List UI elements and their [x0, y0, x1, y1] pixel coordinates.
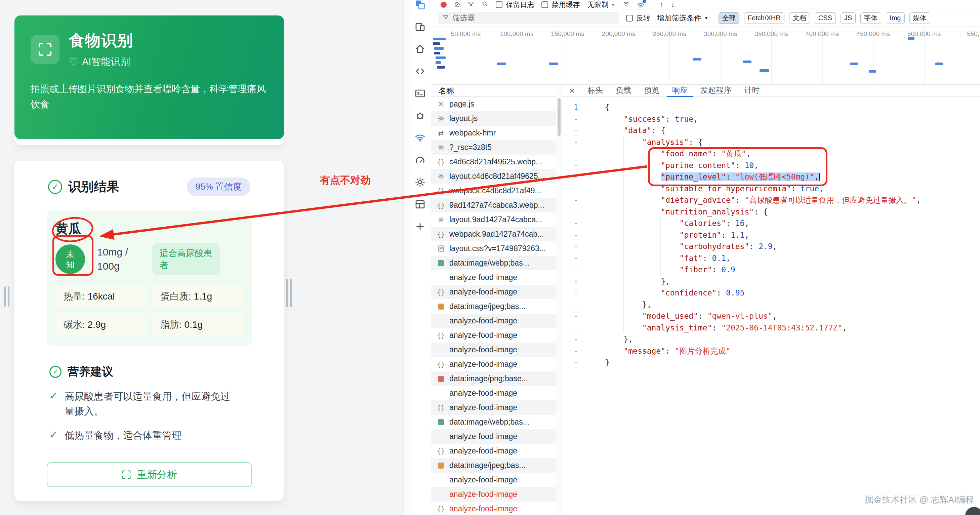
- clear-icon[interactable]: ⊘: [454, 1, 460, 8]
- filter-chip-CSS[interactable]: CSS: [815, 13, 836, 24]
- network-icon[interactable]: [413, 131, 428, 145]
- response-tab-标头[interactable]: 标头: [582, 85, 608, 97]
- settings-icon[interactable]: [413, 175, 428, 190]
- request-table-header[interactable]: 名称: [431, 85, 556, 97]
- gutter-mark: 1: [562, 102, 584, 113]
- devtools-panel: ⊘ 保留日志 禁用缓存 无限制 ▼ ↑ ↓ 筛选器 反转: [431, 0, 980, 515]
- filter-chip-全部[interactable]: 全部: [719, 13, 739, 24]
- stat-value: 16kcal: [88, 291, 115, 301]
- response-tab-预览[interactable]: 预览: [638, 85, 665, 97]
- response-tab-发起程序[interactable]: 发起程序: [695, 85, 737, 97]
- advice-item: ✓低热量食物，适合体重管理: [49, 428, 249, 443]
- filter-chip-媒体[interactable]: 媒体: [909, 13, 930, 24]
- response-tab-负载[interactable]: 负载: [610, 85, 636, 97]
- filter-input[interactable]: 筛选器: [438, 12, 619, 24]
- network-request-row[interactable]: layout.css?v=1749879263...: [431, 241, 556, 256]
- network-request-row[interactable]: {}analyze-food-image: [431, 400, 556, 415]
- devtools-logo-icon[interactable]: [413, 0, 428, 12]
- network-request-row[interactable]: {}analyze-food-image: [431, 444, 556, 458]
- network-request-row[interactable]: analyze-food-image: [431, 473, 556, 487]
- resize-handle-left[interactable]: [4, 286, 10, 306]
- preserve-log-checkbox[interactable]: [496, 2, 503, 8]
- gutter-mark: -: [562, 345, 584, 357]
- network-request-row[interactable]: analyze-food-image: [431, 487, 556, 502]
- throttling-select[interactable]: 无限制 ▼: [587, 0, 615, 10]
- network-settings-icon[interactable]: [637, 1, 644, 8]
- response-tab-响应[interactable]: 响应: [667, 85, 693, 97]
- scan-frame-icon: [37, 42, 53, 57]
- network-conditions-icon[interactable]: [622, 0, 630, 9]
- network-request-row[interactable]: analyze-food-image: [431, 343, 556, 357]
- close-icon[interactable]: ×: [564, 85, 580, 96]
- network-request-row[interactable]: page.js: [431, 97, 556, 111]
- request-list-scrollbar[interactable]: [556, 85, 562, 515]
- script-icon: {}: [437, 231, 445, 238]
- device-emulation-icon[interactable]: [413, 19, 428, 34]
- network-request-row[interactable]: {}webpack.c4d6c8d21af49...: [431, 183, 556, 198]
- network-request-row[interactable]: {}analyze-food-image: [431, 285, 556, 299]
- layout-icon[interactable]: [413, 197, 428, 212]
- export-har-icon[interactable]: ↓: [671, 1, 675, 8]
- response-tab-计时[interactable]: 计时: [739, 85, 765, 97]
- network-request-row[interactable]: {}analyze-food-image: [431, 357, 556, 372]
- code-line: - },: [562, 276, 980, 287]
- reanalyze-button[interactable]: 重新分析: [47, 462, 252, 487]
- network-request-row[interactable]: {}analyze-food-image: [431, 328, 556, 343]
- issues-icon[interactable]: [413, 108, 428, 123]
- network-request-row[interactable]: data:image/jpeg;bas...: [431, 458, 556, 473]
- scrollbar-thumb[interactable]: [558, 98, 561, 136]
- network-request-row[interactable]: data:image/webp;bas...: [431, 415, 556, 429]
- request-name: 9ad1427a74cabca3.webp...: [449, 201, 544, 210]
- disable-cache-checkbox[interactable]: [541, 2, 548, 8]
- home-icon[interactable]: [413, 42, 428, 56]
- gear-icon: [437, 101, 445, 107]
- network-request-row[interactable]: {}webpack.9ad1427a74cab...: [431, 227, 556, 241]
- gutter-mark: -: [562, 148, 584, 160]
- network-request-row[interactable]: layout.9ad1427a74cabca...: [431, 212, 556, 227]
- network-request-row[interactable]: data:image/webp;bas...: [431, 256, 556, 270]
- gutter-mark: -: [562, 171, 584, 183]
- more-filters-button[interactable]: 增加筛选条件 ▼: [657, 13, 708, 23]
- network-request-row[interactable]: data:image/png;base...: [431, 372, 556, 386]
- filter-chip-Img[interactable]: Img: [886, 13, 904, 24]
- network-request-row[interactable]: analyze-food-image: [431, 386, 556, 400]
- console-icon[interactable]: [413, 86, 428, 101]
- add-tools-icon[interactable]: [413, 219, 428, 234]
- code-line: - "confidence": 0.95: [562, 287, 980, 299]
- resize-handle-right[interactable]: [286, 279, 292, 307]
- sources-icon[interactable]: [413, 64, 428, 79]
- network-request-row[interactable]: ?_rsc=3z8t5: [431, 140, 556, 155]
- gutter-mark: -: [562, 206, 584, 218]
- filter-chip-JS[interactable]: JS: [840, 13, 856, 24]
- invert-option[interactable]: 反转: [626, 13, 650, 23]
- network-request-row[interactable]: analyze-food-image: [431, 270, 556, 285]
- waterfall-bar: [759, 69, 769, 72]
- network-request-row[interactable]: data:image/jpeg;bas...: [431, 299, 556, 314]
- network-request-row[interactable]: ⇄webpack-hmr: [431, 126, 556, 140]
- filter-chip-Fetch/XHR[interactable]: Fetch/XHR: [744, 13, 784, 24]
- network-request-row[interactable]: {}analyze-food-image: [431, 502, 556, 515]
- network-request-row[interactable]: {}9ad1427a74cabca3.webp...: [431, 198, 556, 212]
- import-har-icon[interactable]: ↑: [660, 1, 663, 8]
- performance-icon[interactable]: [413, 153, 428, 167]
- record-button[interactable]: [441, 2, 447, 8]
- purine-amount: 10mg / 100g: [97, 245, 137, 273]
- page-scrollbar[interactable]: [403, 0, 409, 515]
- notification-dot: [643, 0, 646, 3]
- disable-cache-option[interactable]: 禁用缓存: [541, 0, 580, 10]
- check-circle-icon: ✓: [48, 180, 62, 194]
- timeline-gridline: 200,000 ms: [619, 27, 619, 85]
- search-icon[interactable]: [482, 1, 488, 9]
- network-request-row[interactable]: analyze-food-image: [431, 314, 556, 328]
- filter-toggle-icon[interactable]: [468, 1, 474, 9]
- network-request-row[interactable]: layout.c4d6c8d21af49625...: [431, 169, 556, 183]
- timeline[interactable]: 50,000 ms100,000 ms150,000 ms200,000 ms2…: [431, 27, 980, 85]
- invert-checkbox[interactable]: [626, 15, 633, 22]
- network-request-row[interactable]: analyze-food-image: [431, 429, 556, 444]
- request-name: analyze-food-image: [449, 331, 517, 340]
- preserve-log-option[interactable]: 保留日志: [496, 0, 534, 10]
- network-request-row[interactable]: {}c4d6c8d21af49625.webp...: [431, 155, 556, 169]
- network-request-row[interactable]: layout.js: [431, 111, 556, 126]
- filter-chip-文档[interactable]: 文档: [789, 13, 810, 24]
- filter-chip-字体[interactable]: 字体: [861, 13, 881, 24]
